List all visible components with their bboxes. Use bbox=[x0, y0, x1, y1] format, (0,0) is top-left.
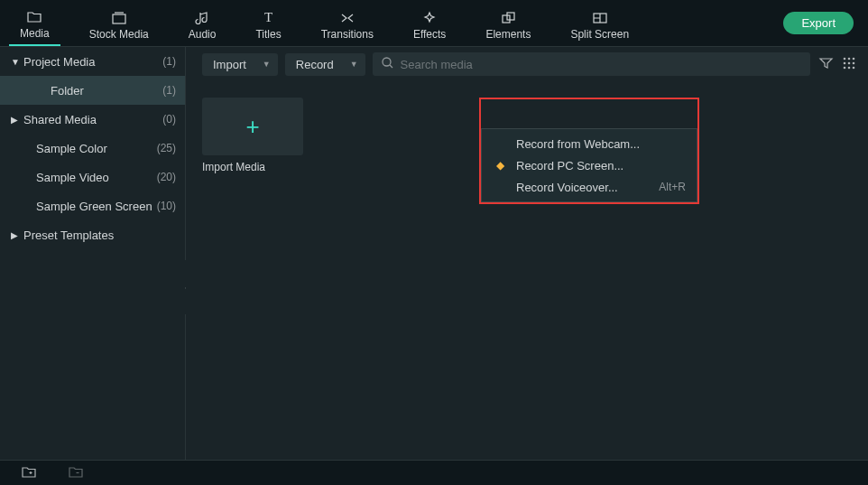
import-media-tile[interactable]: + Import Media bbox=[202, 98, 303, 173]
chevron-down-icon: ▼ bbox=[263, 60, 271, 69]
record-menu: ◆ Record from Webcam... ◆ Record PC Scre… bbox=[481, 128, 697, 202]
svg-point-8 bbox=[844, 61, 846, 64]
sidebar: ▼ Project Media (1) Folder (1) ▶ Shared … bbox=[0, 47, 186, 460]
record-dropdown[interactable]: Record ▼ bbox=[285, 53, 365, 76]
sidebar-sample-video[interactable]: Sample Video (20) bbox=[0, 163, 185, 191]
plus-icon: + bbox=[245, 113, 259, 141]
svg-rect-1 bbox=[503, 15, 510, 23]
chevron-right-icon: ▶ bbox=[11, 115, 23, 125]
filter-icon[interactable] bbox=[817, 57, 834, 72]
titles-icon: T bbox=[264, 10, 272, 26]
tab-effects[interactable]: Effects bbox=[402, 0, 457, 46]
content-toolbar: Import ▼ Record ▼ bbox=[186, 47, 868, 81]
tab-stock-media[interactable]: Stock Media bbox=[78, 0, 160, 46]
folder-icon bbox=[27, 9, 42, 25]
tab-split-screen[interactable]: Split Screen bbox=[559, 0, 640, 46]
chevron-down-icon: ▼ bbox=[11, 57, 23, 67]
svg-point-9 bbox=[848, 61, 851, 64]
record-webcam-item[interactable]: ◆ Record from Webcam... bbox=[482, 133, 697, 154]
chevron-down-icon: ▼ bbox=[350, 60, 358, 69]
svg-point-6 bbox=[848, 57, 851, 60]
search-icon bbox=[382, 57, 393, 71]
tab-transitions[interactable]: Transitions bbox=[310, 0, 384, 46]
tab-media[interactable]: Media bbox=[9, 0, 60, 46]
delete-folder-icon[interactable] bbox=[69, 466, 83, 480]
stock-icon bbox=[112, 10, 126, 26]
blank-icon: ◆ bbox=[496, 181, 514, 193]
sidebar-shared-media[interactable]: ▶ Shared Media (0) bbox=[0, 105, 185, 134]
record-pc-screen-item[interactable]: ◆ Record PC Screen... bbox=[482, 154, 697, 176]
svg-rect-2 bbox=[507, 13, 514, 20]
record-voiceover-item[interactable]: ◆ Record Voiceover... Alt+R bbox=[482, 176, 697, 198]
tab-audio[interactable]: Audio bbox=[178, 0, 227, 46]
bottom-bar bbox=[0, 460, 868, 485]
grid-icon[interactable] bbox=[841, 57, 857, 72]
transitions-icon bbox=[340, 10, 355, 26]
sidebar-preset-templates[interactable]: ▶ Preset Templates bbox=[0, 220, 185, 249]
diamond-icon: ◆ bbox=[496, 159, 514, 172]
svg-point-4 bbox=[383, 58, 391, 66]
svg-point-10 bbox=[853, 61, 855, 64]
svg-point-12 bbox=[848, 66, 851, 69]
tab-elements[interactable]: Elements bbox=[475, 0, 541, 46]
elements-icon bbox=[502, 10, 515, 26]
search-box[interactable] bbox=[373, 52, 810, 76]
svg-point-11 bbox=[844, 66, 846, 69]
svg-point-13 bbox=[853, 66, 855, 69]
svg-point-5 bbox=[844, 57, 846, 60]
blank-icon: ◆ bbox=[496, 137, 514, 150]
new-folder-icon[interactable] bbox=[22, 466, 36, 480]
audio-icon bbox=[196, 10, 208, 26]
tab-titles[interactable]: T Titles bbox=[245, 0, 291, 46]
search-input[interactable] bbox=[401, 58, 801, 71]
content: Import ▼ Record ▼ + Import Media ◆ bbox=[186, 47, 868, 460]
chevron-right-icon: ▶ bbox=[11, 230, 23, 240]
import-dropdown[interactable]: Import ▼ bbox=[202, 53, 278, 76]
export-button[interactable]: Export bbox=[783, 12, 854, 34]
sidebar-project-media[interactable]: ▼ Project Media (1) bbox=[0, 47, 185, 76]
svg-rect-0 bbox=[113, 14, 125, 23]
svg-point-7 bbox=[853, 57, 855, 60]
effects-icon bbox=[423, 10, 436, 26]
split-screen-icon bbox=[593, 10, 607, 26]
sidebar-folder[interactable]: Folder (1) bbox=[0, 76, 185, 105]
sidebar-sample-color[interactable]: Sample Color (25) bbox=[0, 134, 185, 163]
top-tabs: Media Stock Media Audio T Titles Transit… bbox=[0, 0, 868, 47]
sidebar-sample-green[interactable]: Sample Green Screen (10) bbox=[0, 191, 185, 220]
